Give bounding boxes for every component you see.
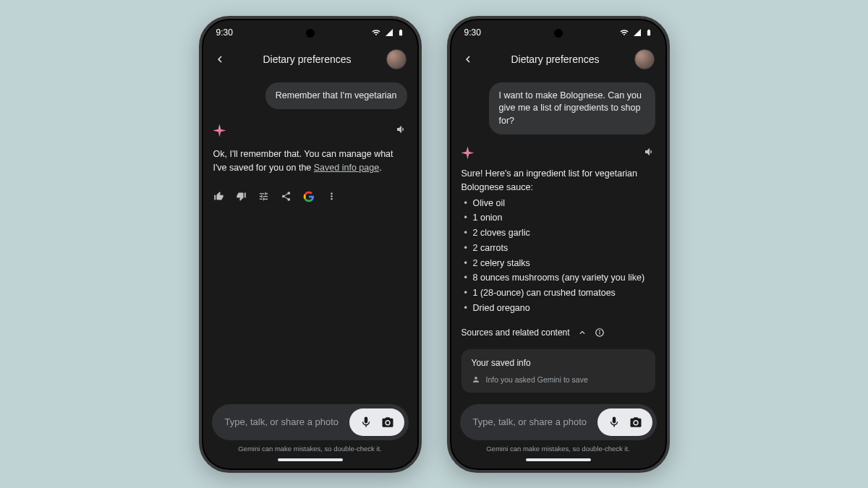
sources-toggle[interactable]: Sources and related content — [461, 328, 655, 338]
thumbs-up-icon[interactable] — [213, 191, 224, 202]
disclaimer: Gemini can make mistakes, so double-chec… — [212, 440, 409, 454]
gemini-sparkle-icon — [461, 147, 475, 160]
camera-notch — [306, 29, 315, 38]
tune-icon[interactable] — [258, 191, 269, 202]
camera-icon[interactable] — [381, 416, 394, 429]
status-time: 9:30 — [216, 27, 233, 38]
input-area: Type, talk, or share a photo Gemini can … — [202, 397, 419, 470]
ingredient-item: Dried oregano — [461, 301, 655, 316]
thumbs-down-icon[interactable] — [236, 191, 247, 202]
saved-info-link[interactable]: Saved info page — [314, 163, 379, 173]
disclaimer: Gemini can make mistakes, so double-chec… — [460, 440, 657, 454]
info-icon[interactable] — [595, 328, 605, 338]
person-icon — [472, 375, 480, 384]
response-actions — [213, 191, 407, 202]
phone-mockup-1: 9:30 Dietary preferences Remember that I… — [199, 16, 422, 473]
speaker-icon[interactable] — [396, 124, 407, 137]
chat-input[interactable]: Type, talk, or share a photo — [460, 404, 657, 440]
back-button[interactable] — [461, 52, 476, 67]
input-placeholder: Type, talk, or share a photo — [473, 416, 590, 427]
page-title: Dietary preferences — [263, 53, 351, 65]
camera-notch — [554, 29, 563, 38]
battery-icon — [397, 27, 404, 38]
chevron-left-icon — [213, 53, 226, 66]
share-icon[interactable] — [281, 191, 292, 202]
ai-response: Sure! Here's an ingredient list for vege… — [461, 167, 655, 316]
avatar[interactable] — [386, 49, 407, 69]
wifi-icon — [371, 28, 381, 37]
more-icon[interactable] — [326, 191, 337, 202]
chevron-up-icon — [577, 328, 587, 338]
ai-response: Ok, I'll remember that. You can manage w… — [213, 147, 407, 175]
ingredient-item: 2 celery stalks — [461, 256, 655, 271]
ingredient-item: 1 onion — [461, 210, 655, 226]
home-indicator[interactable] — [278, 458, 343, 461]
mic-icon[interactable] — [359, 416, 373, 429]
chat-body: I want to make Bolognese. Can you give m… — [450, 77, 667, 397]
input-actions — [349, 408, 404, 436]
page-title: Dietary preferences — [511, 53, 599, 65]
phone-mockup-2: 9:30 Dietary preferences I want to make … — [447, 16, 670, 473]
chat-input[interactable]: Type, talk, or share a photo — [212, 404, 409, 440]
input-actions — [597, 408, 652, 436]
ingredient-item: 8 ounces mushrooms (any variety you like… — [461, 270, 655, 286]
avatar[interactable] — [634, 49, 655, 69]
ingredient-item: Olive oil — [461, 196, 655, 211]
speaker-icon[interactable] — [644, 146, 655, 160]
chat-body: Remember that I'm vegetarian Ok, I'll re… — [202, 77, 419, 397]
status-icons — [371, 27, 404, 38]
ai-intro: Sure! Here's an ingredient list for vege… — [461, 167, 655, 194]
user-message: Remember that I'm vegetarian — [265, 82, 407, 110]
gemini-sparkle-icon — [213, 124, 226, 137]
back-button[interactable] — [213, 52, 228, 67]
app-header: Dietary preferences — [202, 42, 419, 77]
status-time: 9:30 — [464, 27, 481, 38]
app-header: Dietary preferences — [450, 42, 667, 77]
signal-icon — [384, 28, 394, 37]
mic-icon[interactable] — [608, 416, 621, 429]
wifi-icon — [619, 28, 629, 37]
ai-text-post: . — [379, 163, 381, 173]
home-indicator[interactable] — [526, 458, 591, 461]
saved-info-sub: Info you asked Gemini to save — [472, 375, 645, 384]
ingredient-list: Olive oil 1 onion 2 cloves garlic 2 carr… — [461, 196, 655, 316]
ingredient-item: 2 cloves garlic — [461, 226, 655, 241]
saved-info-title: Your saved info — [472, 358, 645, 368]
saved-info-card[interactable]: Your saved info Info you asked Gemini to… — [461, 349, 655, 393]
google-icon[interactable] — [303, 191, 315, 202]
signal-icon — [632, 28, 642, 37]
camera-icon[interactable] — [629, 416, 642, 429]
ai-header-row — [461, 146, 655, 160]
input-placeholder: Type, talk, or share a photo — [225, 416, 342, 427]
user-message: I want to make Bolognese. Can you give m… — [489, 82, 655, 135]
ingredient-item: 2 carrots — [461, 241, 655, 256]
chevron-left-icon — [461, 53, 475, 66]
battery-icon — [645, 27, 652, 38]
svg-point-2 — [599, 330, 600, 331]
sources-label: Sources and related content — [461, 328, 570, 338]
ingredient-item: 1 (28-ounce) can crushed tomatoes — [461, 286, 655, 301]
status-icons — [619, 27, 652, 38]
ai-header-row — [213, 124, 407, 137]
input-area: Type, talk, or share a photo Gemini can … — [450, 397, 667, 470]
